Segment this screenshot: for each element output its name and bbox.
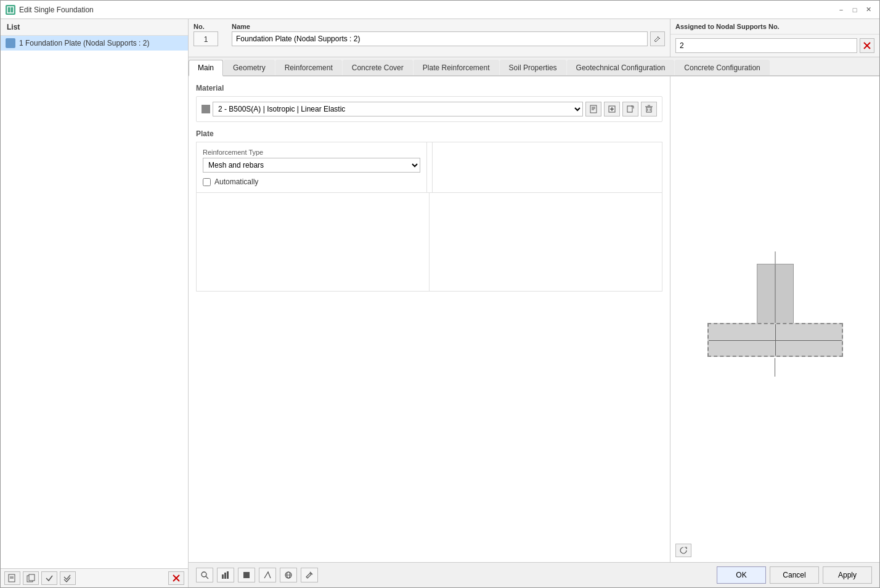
tab-geotechnical-configuration[interactable]: Geotechnical Configuration bbox=[567, 60, 675, 75]
assigned-value-row bbox=[670, 35, 879, 57]
svg-rect-29 bbox=[227, 571, 229, 579]
plate-cell-left: Reinforcement Type Mesh and rebars Rebar… bbox=[197, 142, 427, 192]
content-area: Material 2 - B500S(A) | Isotropic | Line… bbox=[189, 76, 879, 562]
tab-concrete-configuration[interactable]: Concrete Configuration bbox=[675, 60, 769, 75]
sidebar-bottom bbox=[1, 568, 188, 587]
material-color-box bbox=[202, 105, 210, 113]
bottom-left-icons bbox=[196, 568, 318, 582]
sidebar-header: List bbox=[1, 19, 188, 36]
new-item-button[interactable] bbox=[4, 571, 20, 585]
chart-icon-button[interactable] bbox=[217, 568, 234, 582]
plate-section-label: Plate bbox=[196, 129, 662, 138]
svg-rect-28 bbox=[224, 573, 226, 579]
name-input[interactable] bbox=[232, 31, 648, 46]
reinforcement-type-wrapper: Mesh and rebars Rebars only Mesh only bbox=[203, 158, 420, 173]
sidebar-item-foundation[interactable]: 1 Foundation Plate (Nodal Supports : 2) bbox=[1, 36, 188, 51]
name-row-input bbox=[232, 31, 665, 46]
material-section: Material 2 - B500S(A) | Isotropic | Line… bbox=[196, 84, 662, 122]
name-label: Name bbox=[232, 23, 665, 30]
name-section: Name bbox=[232, 23, 665, 46]
delete-button[interactable] bbox=[168, 571, 184, 585]
foundation-icon bbox=[6, 38, 15, 48]
automatically-label: Automatically bbox=[214, 178, 258, 186]
no-label: No. bbox=[194, 23, 218, 30]
minimize-button[interactable]: − bbox=[835, 4, 847, 16]
preview-diagram bbox=[701, 264, 849, 375]
window-title: Edit Single Foundation bbox=[19, 6, 94, 14]
svg-point-25 bbox=[202, 572, 206, 577]
top-header: No. 1 Name bbox=[189, 19, 879, 57]
tab-plate-reinforcement[interactable]: Plate Reinforcement bbox=[414, 60, 499, 75]
maximize-button[interactable]: □ bbox=[849, 4, 861, 16]
cancel-button[interactable]: Cancel bbox=[770, 566, 819, 584]
body-content: List 1 Foundation Plate (Nodal Supports … bbox=[1, 19, 879, 587]
no-section: No. 1 bbox=[194, 23, 218, 46]
no-value: 1 bbox=[194, 31, 218, 46]
checkall-button[interactable] bbox=[60, 571, 76, 585]
sidebar-list: 1 Foundation Plate (Nodal Supports : 2) bbox=[1, 36, 188, 568]
edit-icon-button[interactable] bbox=[301, 568, 318, 582]
plate-section: Plate Reinforcement Type Mesh and rebars bbox=[196, 129, 662, 292]
tab-reinforcement[interactable]: Reinforcement bbox=[275, 60, 342, 75]
title-bar-left: Edit Single Foundation bbox=[6, 5, 94, 15]
check-button[interactable] bbox=[41, 571, 57, 585]
no-name-inner: No. 1 Name bbox=[189, 19, 670, 50]
foundation-plate bbox=[707, 323, 843, 357]
material-edit-button[interactable] bbox=[622, 102, 638, 116]
right-panel: No. 1 Name bbox=[189, 19, 879, 587]
plate-bottom-right bbox=[430, 193, 662, 291]
automatically-row: Automatically bbox=[203, 178, 420, 186]
title-bar-controls: − □ ✕ bbox=[835, 4, 874, 16]
plate-cell-right bbox=[432, 142, 662, 192]
bottom-right-btns: OK Cancel Apply bbox=[717, 566, 872, 584]
square-icon-button[interactable] bbox=[238, 568, 255, 582]
assigned-value-input[interactable] bbox=[675, 38, 857, 53]
tab-main[interactable]: Main bbox=[189, 60, 223, 76]
main-window: Edit Single Foundation − □ ✕ List 1 Foun… bbox=[0, 0, 880, 588]
reinforcement-type-select[interactable]: Mesh and rebars Rebars only Mesh only bbox=[203, 158, 420, 173]
svg-rect-6 bbox=[29, 574, 35, 581]
globe-icon-button[interactable] bbox=[280, 568, 297, 582]
tab-soil-properties[interactable]: Soil Properties bbox=[500, 60, 566, 75]
svg-rect-30 bbox=[243, 572, 250, 578]
plate-bottom-left bbox=[197, 193, 430, 291]
form-panel: Material 2 - B500S(A) | Isotropic | Line… bbox=[189, 76, 670, 562]
material-delete-button[interactable] bbox=[641, 102, 657, 116]
tabs-bar: Main Geometry Reinforcement Concrete Cov… bbox=[189, 57, 879, 76]
material-new-button[interactable] bbox=[604, 102, 620, 116]
search-icon-button[interactable] bbox=[196, 568, 213, 582]
material-book-button[interactable] bbox=[585, 102, 601, 116]
automatically-checkbox[interactable] bbox=[203, 178, 211, 186]
tab-geometry[interactable]: Geometry bbox=[224, 60, 275, 75]
ok-button[interactable]: OK bbox=[717, 566, 766, 584]
foundation-bottom-line bbox=[775, 358, 775, 377]
foundation-column bbox=[757, 264, 794, 325]
apply-button[interactable]: Apply bbox=[823, 566, 872, 584]
assigned-clear-button[interactable] bbox=[860, 38, 874, 53]
app-icon bbox=[6, 5, 15, 15]
angle-icon-button[interactable] bbox=[259, 568, 276, 582]
top-header-left: No. 1 Name bbox=[189, 19, 670, 57]
tab-concrete-cover[interactable]: Concrete Cover bbox=[343, 60, 413, 75]
close-button[interactable]: ✕ bbox=[862, 4, 874, 16]
right-content: Main Geometry Reinforcement Concrete Cov… bbox=[189, 57, 879, 562]
top-header-right: Assigned to Nodal Supports No. bbox=[670, 19, 879, 57]
reinforcement-type-label: Reinforcement Type bbox=[203, 149, 420, 156]
material-row: 2 - B500S(A) | Isotropic | Linear Elasti… bbox=[196, 96, 662, 122]
bottom-row: OK Cancel Apply bbox=[189, 562, 879, 587]
plate-bottom-grid bbox=[196, 193, 662, 292]
material-select[interactable]: 2 - B500S(A) | Isotropic | Linear Elasti… bbox=[213, 102, 583, 116]
sidebar-bottom-left bbox=[4, 571, 76, 585]
title-bar: Edit Single Foundation − □ ✕ bbox=[1, 1, 879, 19]
svg-rect-27 bbox=[222, 574, 224, 579]
assigned-header: Assigned to Nodal Supports No. bbox=[670, 19, 879, 35]
preview-refresh-button[interactable] bbox=[675, 544, 691, 557]
plate-vert-line bbox=[775, 324, 776, 356]
preview-bottom-toolbar bbox=[675, 544, 691, 557]
svg-line-26 bbox=[206, 576, 208, 579]
duplicate-button[interactable] bbox=[23, 571, 39, 585]
sidebar-item-label: 1 Foundation Plate (Nodal Supports : 2) bbox=[19, 39, 149, 47]
preview-panel bbox=[670, 76, 879, 562]
svg-rect-19 bbox=[627, 106, 632, 112]
name-edit-button[interactable] bbox=[650, 31, 665, 46]
